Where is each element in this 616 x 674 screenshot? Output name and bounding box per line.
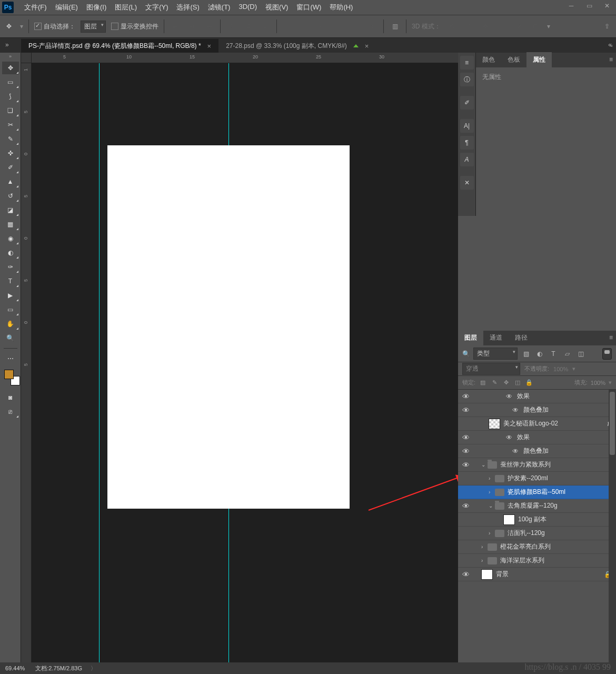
align-left-icon[interactable]: ⇤ [170, 21, 181, 32]
rail-para-icon[interactable]: ¶ [460, 136, 474, 150]
3d-zoom-icon[interactable]: ⤢ [513, 21, 525, 32]
heal-tool[interactable]: ✜ [2, 147, 19, 160]
crop-tool[interactable]: ✂ [2, 118, 19, 131]
align-top-icon[interactable]: ⇡ [226, 21, 237, 32]
doc-size[interactable]: 文档:2.75M/2.83G [35, 665, 82, 672]
gradient-tool[interactable]: ▦ [2, 218, 19, 231]
brush-tool[interactable]: ✐ [2, 161, 19, 174]
quick-select-tool[interactable]: ❑ [2, 104, 19, 117]
rail-tools-icon[interactable]: ✕ [460, 176, 474, 190]
zoom-level[interactable]: 69.44% [5, 665, 25, 671]
menu-帮助(H)[interactable]: 帮助(H) [325, 3, 357, 12]
lasso-tool[interactable]: ⟆ [2, 90, 19, 103]
menu-文件(F)[interactable]: 文件(F) [20, 3, 51, 12]
menu-窗口(W)[interactable]: 窗口(W) [292, 3, 325, 12]
tab-paths[interactable]: 路径 [509, 330, 534, 345]
layer-row[interactable]: ›洁面乳--120g [458, 527, 616, 540]
auto-align-icon[interactable]: ▥ [389, 21, 401, 32]
visibility-eye-icon[interactable]: 👁 [458, 461, 474, 469]
filter-shape-icon[interactable]: ▱ [562, 349, 572, 359]
move-tool[interactable]: ✥ [2, 62, 19, 74]
show-transform-checkbox[interactable]: 显示变换控件 [111, 22, 158, 31]
history-brush-tool[interactable]: ↺ [2, 190, 19, 202]
menu-编辑(E)[interactable]: 编辑(E) [51, 3, 82, 12]
rail-char-icon[interactable]: A| [460, 119, 474, 133]
quickmask-tool[interactable]: ◙ [2, 391, 19, 404]
eyedropper-tool[interactable]: ✎ [2, 133, 19, 145]
guide-left[interactable] [99, 63, 100, 662]
layer-scrollbar[interactable] [609, 390, 616, 662]
lock-paint-icon[interactable]: ✎ [490, 379, 499, 386]
filter-adjust-icon[interactable]: ◐ [534, 349, 545, 359]
rail-adjust-icon[interactable]: ≡ [460, 56, 474, 70]
layer-row[interactable]: ›瓷肌修颜BB霜--50ml [458, 485, 616, 499]
dist-h-icon[interactable]: ↔ [282, 21, 294, 32]
layer-filter-type-dropdown[interactable]: 类型 [473, 348, 518, 360]
lock-position-icon[interactable]: ✥ [502, 379, 510, 386]
menu-3D(D)[interactable]: 3D(D) [234, 3, 261, 12]
menu-滤镜(T)[interactable]: 滤镜(T) [204, 3, 235, 12]
align-right-icon[interactable]: ⇥ [203, 21, 215, 32]
layer-row[interactable]: 100g 副本 [458, 513, 616, 527]
hand-tool[interactable]: ✋ [2, 318, 19, 330]
layers-menu-icon[interactable]: ≡ [609, 334, 613, 341]
filter-smart-icon[interactable]: ◫ [575, 349, 586, 359]
align-bottom-icon[interactable]: ⇣ [260, 21, 271, 32]
filter-toggle[interactable] [602, 348, 612, 360]
layer-row[interactable]: ›海洋深层水系列 [458, 554, 616, 568]
layer-row[interactable]: 👁👁颜色叠加 [458, 444, 616, 458]
window-maximize[interactable]: ▭ [580, 0, 598, 12]
document-tab[interactable]: 27-28.psd @ 33.3% (100g 副本, CMYK/8#)× [218, 39, 376, 53]
effect-eye-icon[interactable]: 👁 [508, 407, 523, 414]
blend-mode-dropdown[interactable]: 穿透 [462, 363, 520, 375]
dist-v-icon[interactable]: ↕ [299, 21, 311, 32]
auto-select-target-dropdown[interactable]: 图层 [81, 21, 106, 33]
window-minimize[interactable]: ─ [562, 0, 580, 12]
tab-channels[interactable]: 通道 [483, 330, 509, 345]
window-close[interactable]: ✕ [598, 0, 616, 12]
dist-v3-icon[interactable]: ↕ [366, 21, 378, 32]
align-vcenter-icon[interactable]: ⇕ [243, 21, 254, 32]
tab-close-icon[interactable]: × [365, 42, 369, 50]
tab-layers[interactable]: 图层 [458, 330, 483, 345]
expand-left-icon[interactable]: » [5, 41, 9, 48]
document-tab[interactable]: PS-产品详情页.psd @ 69.4% (瓷肌修颜BB霜--50ml, RGB… [21, 39, 218, 53]
effect-eye-icon[interactable]: 👁 [501, 434, 517, 441]
effect-eye-icon[interactable]: 👁 [501, 393, 517, 400]
menu-图像(I)[interactable]: 图像(I) [82, 3, 111, 12]
visibility-eye-icon[interactable]: 👁 [458, 406, 474, 414]
align-hcenter-icon[interactable]: ⇔ [186, 21, 198, 32]
screenmode-tool[interactable]: ⎚ [2, 405, 19, 418]
rail-glyph-icon[interactable]: A [460, 153, 474, 166]
edit-toolbar[interactable]: ⋯ [2, 352, 19, 365]
filter-pixel-icon[interactable]: ▧ [521, 349, 531, 359]
lock-transparent-icon[interactable]: ▨ [479, 379, 487, 386]
color-swatch[interactable] [4, 370, 17, 382]
visibility-eye-icon[interactable]: 👁 [458, 447, 474, 455]
layer-row[interactable]: 👁👁效果 [458, 390, 616, 403]
blur-tool[interactable]: ◉ [2, 232, 19, 245]
dodge-tool[interactable]: ◐ [2, 246, 19, 259]
3d-orbit-icon[interactable]: ⟲ [446, 21, 458, 32]
layer-row[interactable]: ›护发素--200ml [458, 472, 616, 485]
rail-brush-icon[interactable]: ✐ [460, 96, 474, 110]
layer-row[interactable]: 👁⌄去角质凝露--120g [458, 499, 616, 513]
filter-type-icon[interactable]: T [548, 349, 559, 359]
opacity-value[interactable]: 100% [553, 366, 568, 372]
pen-tool[interactable]: ✑ [2, 261, 19, 273]
lock-all-icon[interactable]: 🔒 [525, 379, 533, 386]
rail-info-icon[interactable]: ⓘ [460, 73, 474, 86]
path-select-tool[interactable]: ▶ [2, 289, 19, 302]
effect-eye-icon[interactable]: 👁 [508, 448, 523, 455]
shape-tool[interactable]: ▭ [2, 303, 19, 316]
lock-artboard-icon[interactable]: ◫ [513, 379, 522, 386]
layer-tree[interactable]: 👁👁效果👁👁颜色叠加美之秘语新Logo-02fxˆ👁👁效果👁👁颜色叠加👁⌄蚕丝弹… [458, 390, 616, 662]
type-tool[interactable]: T [2, 275, 19, 288]
menu-选择(S)[interactable]: 选择(S) [172, 3, 203, 12]
canvas-area[interactable]: 51015202530 15050505 [21, 53, 458, 662]
layer-row[interactable]: ›橙花金萃亮白系列 [458, 540, 616, 554]
tab-swatches[interactable]: 色板 [501, 52, 526, 67]
layer-row[interactable]: 👁👁效果 [458, 431, 616, 444]
share-icon[interactable]: ⇪ [601, 21, 613, 32]
tab-properties[interactable]: 属性 [526, 52, 552, 67]
